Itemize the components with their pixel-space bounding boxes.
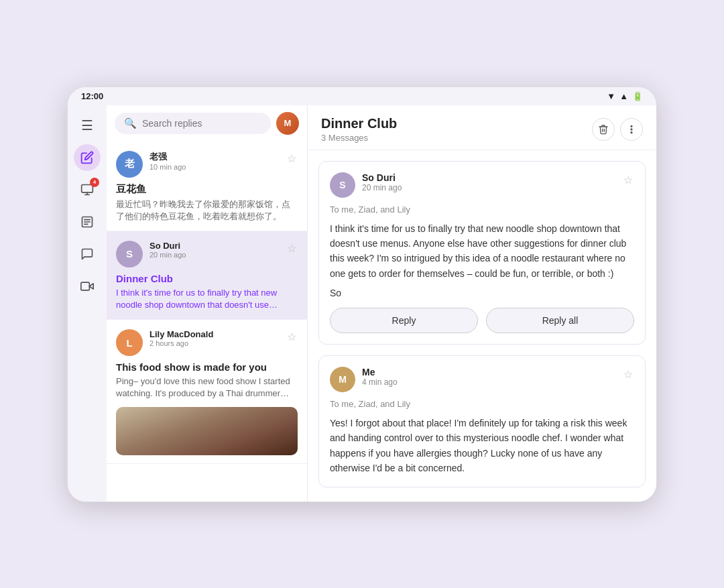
detail-actions <box>592 118 643 141</box>
svg-rect-6 <box>81 282 89 290</box>
status-bar: 12:00 ▼ ▲ 🔋 <box>68 87 656 105</box>
email-body: Yes! I forgot about that place! I'm defi… <box>330 416 634 476</box>
avatar: S <box>116 241 143 268</box>
food-image <box>116 407 298 455</box>
sidebar: ☰ 4 <box>68 105 107 502</box>
svg-point-7 <box>631 125 632 127</box>
search-input-wrap[interactable]: 🔍 <box>115 113 271 134</box>
msg-preview: I think it's time for us to finally try … <box>116 287 298 311</box>
inbox-badge: 4 <box>90 178 99 187</box>
search-bar: 🔍 M <box>107 105 307 141</box>
svg-point-9 <box>631 131 632 133</box>
email-sender-time: 20 min ago <box>362 183 615 192</box>
avatar: S <box>330 172 355 198</box>
delete-button[interactable] <box>592 118 615 141</box>
msg-subject: Dinner Club <box>116 273 298 284</box>
email-sender-time: 4 min ago <box>362 377 615 387</box>
message-list-panel: 🔍 M 老 老强 10 min ago ☆ 豆花鱼 <box>107 105 308 502</box>
email-sender-name: Me <box>362 367 615 377</box>
star-button[interactable]: ☆ <box>286 151 298 166</box>
svg-point-8 <box>631 129 632 130</box>
email-sender-name: So Duri <box>362 172 615 183</box>
app-body: ☰ 4 🔍 <box>68 105 656 502</box>
reply-button[interactable]: Reply <box>330 308 478 333</box>
email-body: I think it's time for us to finally try … <box>330 221 634 282</box>
list-item[interactable]: L Lily MacDonald 2 hours ago ☆ This food… <box>107 320 307 463</box>
detail-panel: Dinner Club 3 Messages S <box>308 105 656 502</box>
sidebar-menu-icon[interactable]: ☰ <box>74 112 101 139</box>
detail-title: Dinner Club <box>321 116 592 131</box>
status-icons: ▼ ▲ 🔋 <box>607 91 643 101</box>
reply-buttons: Reply Reply all <box>330 308 634 333</box>
msg-subject: 豆花鱼 <box>116 183 298 196</box>
search-icon: 🔍 <box>124 117 137 129</box>
list-item[interactable]: S So Duri 20 min ago ☆ Dinner Club I thi… <box>107 231 307 320</box>
reply-all-button[interactable]: Reply all <box>486 308 634 333</box>
detail-header: Dinner Club 3 Messages <box>308 105 656 150</box>
list-item[interactable]: 老 老强 10 min ago ☆ 豆花鱼 最近忙吗？昨晚我去了你最爱的那家饭馆… <box>107 141 307 231</box>
svg-marker-5 <box>89 283 93 288</box>
sidebar-inbox-icon[interactable]: 4 <box>74 176 101 203</box>
msg-time: 20 min ago <box>149 251 279 259</box>
email-card: S So Duri 20 min ago ☆ To me, Ziad, and … <box>318 161 646 345</box>
msg-sender: Lily MacDonald <box>149 329 279 339</box>
msg-sender: So Duri <box>149 241 279 251</box>
star-button[interactable]: ☆ <box>286 241 298 256</box>
battery-icon: 🔋 <box>632 91 643 101</box>
avatar: M <box>330 367 355 392</box>
status-time: 12:00 <box>81 91 103 101</box>
email-card: M Me 4 min ago ☆ To me, Ziad, and Lily Y… <box>318 355 646 487</box>
star-button[interactable]: ☆ <box>622 367 634 382</box>
star-button[interactable]: ☆ <box>622 172 634 188</box>
msg-preview: 最近忙吗？昨晚我去了你最爱的那家饭馆，点了他们的特色豆花鱼，吃着吃着就想你了。 <box>116 198 298 223</box>
signal-icon: ▲ <box>619 91 628 101</box>
msg-preview: Ping– you'd love this new food show I st… <box>116 375 298 400</box>
more-options-button[interactable] <box>620 118 643 141</box>
star-button[interactable]: ☆ <box>286 329 298 345</box>
email-sig: So <box>330 288 634 298</box>
avatar: 老 <box>116 151 143 178</box>
msg-time: 10 min ago <box>149 163 279 171</box>
msg-time: 2 hours ago <box>149 339 279 347</box>
sidebar-video-icon[interactable] <box>74 273 101 300</box>
detail-scroll[interactable]: S So Duri 20 min ago ☆ To me, Ziad, and … <box>308 150 656 502</box>
avatar: L <box>116 329 143 356</box>
sidebar-compose-icon[interactable] <box>74 144 101 171</box>
sidebar-chat-icon[interactable] <box>74 241 101 268</box>
sidebar-notes-icon[interactable] <box>74 209 101 235</box>
device-frame: 12:00 ▼ ▲ 🔋 ☰ 4 <box>67 86 657 502</box>
email-to: To me, Ziad, and Lily <box>330 399 634 409</box>
wifi-icon: ▼ <box>607 91 615 101</box>
msg-sender: 老强 <box>149 151 279 163</box>
detail-count: 3 Messages <box>321 133 592 143</box>
msg-subject: This food show is made for you <box>116 361 298 373</box>
email-to: To me, Ziad, and Lily <box>330 204 634 215</box>
message-list: 老 老强 10 min ago ☆ 豆花鱼 最近忙吗？昨晚我去了你最爱的那家饭馆… <box>107 141 307 502</box>
user-avatar[interactable]: M <box>276 112 299 135</box>
search-input[interactable] <box>142 118 261 129</box>
